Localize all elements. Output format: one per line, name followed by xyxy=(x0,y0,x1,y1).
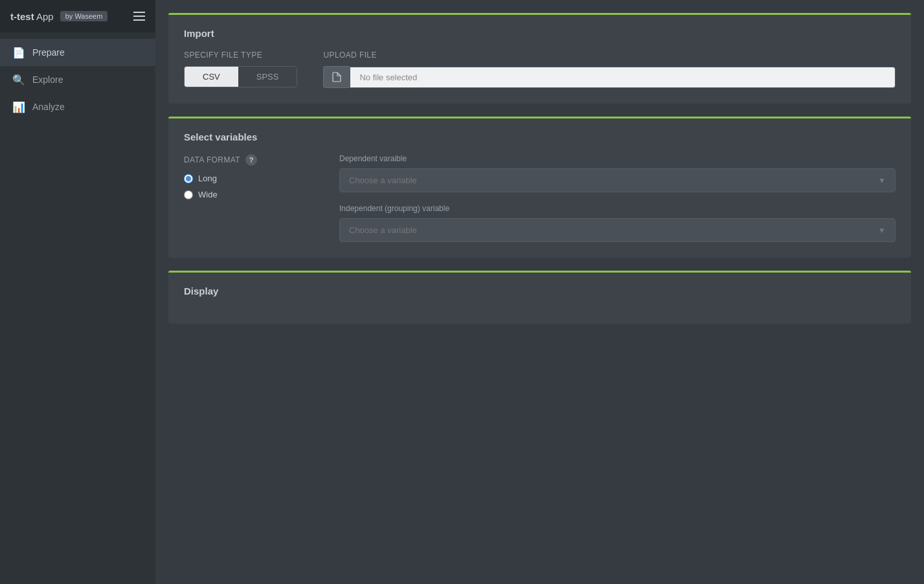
variables-section: Select variables Data format ? Long Wide xyxy=(168,117,911,258)
sidebar-item-analyze[interactable]: 📊 Analyze xyxy=(0,93,155,120)
sidebar-item-label-prepare: Prepare xyxy=(32,47,65,58)
file-type-toggle: CSV SPSS xyxy=(184,66,297,87)
independent-placeholder: Choose a variable xyxy=(349,225,417,235)
radio-wide-label: Wide xyxy=(198,190,218,199)
sidebar-item-label-explore: Explore xyxy=(32,74,63,85)
dependent-select[interactable]: Choose a variable ▼ xyxy=(339,168,896,192)
dependent-label: Dependent varaible xyxy=(339,154,896,163)
file-type-group: Specify file type CSV SPSS xyxy=(184,51,297,87)
dependent-variable-field: Dependent varaible Choose a variable ▼ xyxy=(339,154,896,192)
main-content: Import Specify file type CSV SPSS Upload… xyxy=(155,0,924,584)
csv-button[interactable]: CSV xyxy=(185,67,238,87)
spss-button[interactable]: SPSS xyxy=(238,67,297,87)
radio-group: Long Wide xyxy=(184,174,313,199)
sidebar-item-explore[interactable]: 🔍 Explore xyxy=(0,66,155,93)
data-format-label: Data format xyxy=(184,155,240,164)
independent-select[interactable]: Choose a variable ▼ xyxy=(339,218,896,242)
dependent-group: Dependent varaible Choose a variable ▼ I… xyxy=(339,154,896,242)
prepare-icon: 📄 xyxy=(13,47,25,58)
analyze-icon: 📊 xyxy=(13,101,25,113)
radio-wide-input[interactable] xyxy=(184,190,193,199)
upload-group: Upload file No file selected xyxy=(323,51,896,88)
radio-long-label: Long xyxy=(198,174,217,183)
dependent-chevron-icon: ▼ xyxy=(878,176,886,185)
radio-wide[interactable]: Wide xyxy=(184,190,313,199)
variables-row: Data format ? Long Wide Dependent v xyxy=(184,154,896,242)
hamburger-icon[interactable] xyxy=(133,12,145,21)
variables-title: Select variables xyxy=(184,131,896,142)
import-title: Import xyxy=(184,28,896,39)
format-label-row: Data format ? xyxy=(184,154,313,166)
file-type-label: Specify file type xyxy=(184,51,297,60)
independent-chevron-icon: ▼ xyxy=(878,226,886,235)
data-format-group: Data format ? Long Wide xyxy=(184,154,313,242)
help-icon[interactable]: ? xyxy=(245,154,257,166)
file-input-display: No file selected xyxy=(350,67,896,88)
import-section: Import Specify file type CSV SPSS Upload… xyxy=(168,13,911,104)
dependent-placeholder: Choose a variable xyxy=(349,175,417,185)
upload-file-icon xyxy=(332,72,342,82)
upload-input-row: No file selected xyxy=(323,66,896,88)
sidebar-item-label-analyze: Analyze xyxy=(32,102,65,112)
sidebar-nav: 📄 Prepare 🔍 Explore 📊 Analyze xyxy=(0,32,155,120)
independent-variable-field: Independent (grouping) variable Choose a… xyxy=(339,204,896,242)
app-header: t-test App by Waseem xyxy=(0,0,155,32)
sidebar-item-prepare[interactable]: 📄 Prepare xyxy=(0,39,155,66)
display-section: Display xyxy=(168,271,911,324)
independent-label: Independent (grouping) variable xyxy=(339,204,896,213)
sidebar: t-test App by Waseem 📄 Prepare 🔍 Explore… xyxy=(0,0,155,584)
app-title: t-test App xyxy=(10,11,54,22)
radio-long-input[interactable] xyxy=(184,174,193,183)
by-badge: by Waseem xyxy=(60,11,108,21)
import-row: Specify file type CSV SPSS Upload file N… xyxy=(184,51,896,88)
upload-icon-button[interactable] xyxy=(323,66,350,88)
display-title: Display xyxy=(184,286,896,297)
upload-label: Upload file xyxy=(323,51,896,60)
radio-long[interactable]: Long xyxy=(184,174,313,183)
explore-icon: 🔍 xyxy=(13,74,25,85)
